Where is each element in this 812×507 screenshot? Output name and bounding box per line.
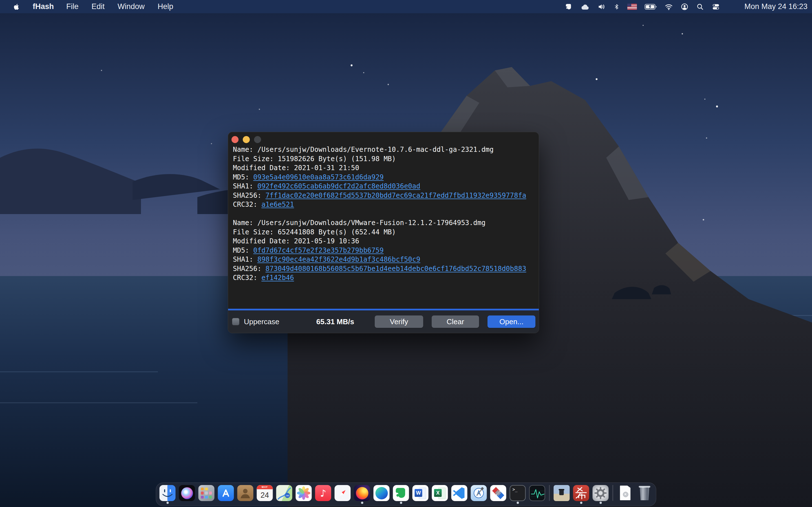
running-indicator-dot: [400, 502, 402, 504]
hash-value-link[interactable]: 898f3c90ec4ea42f3622e4d9b1af3c486bcf50c9: [257, 256, 420, 263]
zoom-button[interactable]: [254, 136, 261, 143]
dock-item-excel[interactable]: X: [432, 485, 448, 501]
running-indicator-dot: [580, 502, 582, 504]
menu-bar-clock[interactable]: Mon May 24 16:23: [744, 2, 808, 11]
hash-value-link[interactable]: 092fe492c605cab6ab9dcf2d2afc8ed8d036e0ad: [257, 182, 420, 190]
hash-label: File Size:: [233, 155, 278, 163]
control-center-icon[interactable]: [712, 3, 720, 11]
clear-button[interactable]: Clear: [432, 316, 479, 328]
music-icon: ♪: [315, 485, 331, 501]
dock-item-xcode[interactable]: [471, 485, 487, 501]
siri-icon[interactable]: [728, 3, 735, 11]
word-icon: W: [412, 485, 428, 501]
dock-item-terminal[interactable]: >_: [510, 485, 526, 504]
dock-item-minimized-window[interactable]: [554, 485, 570, 501]
hash-label: CRC32:: [233, 201, 261, 209]
hash-label: SHA256:: [233, 191, 266, 200]
dock-item-activity-monitor[interactable]: [529, 485, 545, 501]
dock-item-finder[interactable]: [160, 485, 175, 504]
hash-label: File Size:: [233, 228, 278, 236]
dock-item-safari[interactable]: [335, 485, 351, 501]
dock-item-evernote[interactable]: [393, 485, 409, 504]
dock-item-maps[interactable]: 280: [276, 485, 292, 501]
menu-file[interactable]: File: [66, 2, 79, 11]
speed-readout: 65.31 MB/s: [299, 318, 372, 326]
dock-item-app-store[interactable]: [218, 485, 234, 501]
maps-icon: 280: [276, 485, 292, 501]
menu-window[interactable]: Window: [117, 2, 145, 11]
dock-item-firefox[interactable]: [354, 485, 370, 504]
hash-value-link[interactable]: 7ff1dac02e20e0f682f5d5537b20bdd7ec69ca21…: [266, 191, 526, 200]
hash-value-link[interactable]: a1e6e521: [261, 201, 294, 209]
dock-item-vmware-fusion[interactable]: [490, 485, 506, 501]
spotlight-search-icon[interactable]: [696, 3, 704, 11]
system-preferences-icon: [593, 485, 609, 501]
firefox-icon: [354, 485, 370, 501]
verify-button[interactable]: Verify: [375, 316, 423, 328]
hash-results-area[interactable]: Name: /Users/sunjw/Downloads/Evernote-10…: [228, 132, 539, 309]
hash-value-link[interactable]: ef142b46: [261, 274, 294, 282]
dock-item-siri[interactable]: [179, 485, 195, 501]
menu-edit[interactable]: Edit: [92, 2, 105, 11]
calendar-icon: MAY24: [257, 485, 273, 501]
dock-item-word[interactable]: W: [412, 485, 428, 501]
battery-icon[interactable]: [645, 3, 657, 10]
onedrive-icon[interactable]: [580, 3, 590, 10]
hash-value-link[interactable]: 093e5a4e09610e0aa8a573c61d6da929: [253, 173, 384, 181]
keyboard-flag-icon[interactable]: [627, 4, 637, 10]
dock-item-calendar[interactable]: MAY24: [257, 485, 273, 501]
dock-item-system-preferences[interactable]: [593, 485, 609, 504]
fhash-window: Name: /Users/sunjw/Downloads/Evernote-10…: [228, 132, 539, 333]
running-indicator-dot: [516, 502, 519, 504]
apple-menu-icon[interactable]: [13, 3, 20, 11]
trash-icon: [637, 485, 653, 501]
dock-item-vscode[interactable]: [451, 485, 467, 501]
dock-item-launchpad[interactable]: [199, 485, 214, 501]
hash-line: File Size: 151982626 Byte(s) (151.98 MB): [233, 154, 534, 164]
hash-value-text: 151982626 Byte(s) (151.98 MB): [278, 155, 396, 163]
hash-value-text: /Users/sunjw/Downloads/VMware-Fusion-12.…: [257, 219, 486, 227]
hash-value-link[interactable]: 0fd7d67c4cf57e2f23e357b279bb6759: [253, 246, 384, 255]
menu-bar: fHash FileEditWindowHelp Mon May 24 16:2…: [0, 0, 812, 13]
hash-label: MD5:: [233, 173, 253, 181]
dock-item-trash[interactable]: [637, 485, 653, 501]
dock-item-music[interactable]: ♪: [315, 485, 331, 501]
menu-help[interactable]: Help: [158, 2, 173, 11]
wifi-icon[interactable]: [665, 3, 673, 10]
dock-item-dmg-file[interactable]: [617, 485, 633, 501]
hash-label: Name:: [233, 219, 257, 227]
siri-icon: [179, 485, 195, 501]
dock-separator: [613, 485, 613, 501]
dmg-file-icon: [617, 485, 633, 501]
dock-item-edge[interactable]: [373, 485, 390, 501]
hash-label: MD5:: [233, 246, 253, 255]
excel-icon: X: [432, 485, 448, 501]
open-button[interactable]: Open...: [488, 316, 536, 328]
evernote-status-icon[interactable]: [565, 3, 573, 11]
dock-item-fhash[interactable]: [573, 485, 589, 504]
hash-value-text: 652441808 Byte(s) (652.44 MB): [278, 228, 396, 236]
hash-value-link[interactable]: 873049d4080168b56085c5b67be1d4eeb14debc0…: [266, 265, 526, 273]
dock-item-photos[interactable]: [296, 485, 312, 501]
volume-icon[interactable]: [598, 3, 606, 11]
activity-monitor-icon: [529, 485, 545, 501]
uppercase-checkbox[interactable]: [232, 318, 239, 325]
evernote-icon: [393, 485, 409, 501]
hash-line: MD5: 0fd7d67c4cf57e2f23e357b279bb6759: [233, 246, 534, 255]
bluetooth-icon[interactable]: [613, 3, 620, 11]
hash-line: Name: /Users/sunjw/Downloads/Evernote-10…: [233, 145, 534, 154]
dock-separator: [549, 485, 550, 501]
edge-icon: [373, 485, 390, 501]
hash-line: SHA256: 873049d4080168b56085c5b67be1d4ee…: [233, 264, 534, 274]
app-menu-fhash[interactable]: fHash: [33, 2, 54, 11]
hash-label: SHA256:: [233, 265, 266, 273]
user-account-icon[interactable]: [680, 3, 689, 11]
minimize-button[interactable]: [243, 136, 250, 143]
close-button[interactable]: [232, 136, 239, 143]
dock-item-contacts[interactable]: [238, 485, 253, 501]
hash-line: Modified Date: 2021-05-19 10:36: [233, 237, 534, 246]
terminal-icon: >_: [510, 485, 526, 501]
file-hash-block-1: Name: /Users/sunjw/Downloads/Evernote-10…: [233, 145, 534, 209]
hash-label: Modified Date:: [233, 237, 294, 245]
hash-line: Name: /Users/sunjw/Downloads/VMware-Fusi…: [233, 218, 534, 228]
